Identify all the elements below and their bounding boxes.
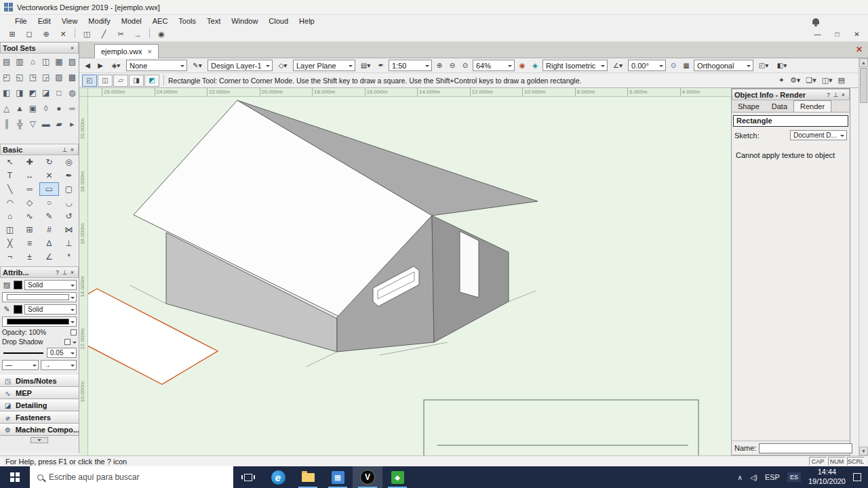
toolset-group-mep[interactable]: ∿ MEP — [0, 387, 79, 399]
joist-tool-icon[interactable]: ◍ — [66, 85, 79, 100]
attributes-palette-header[interactable]: Attrib... ? ⊥ × — [0, 266, 79, 278]
offset-tool-icon[interactable]: ≡ — [20, 237, 39, 250]
truss-tool-icon[interactable]: ◪ — [39, 85, 52, 100]
basic-palette-header[interactable]: Basic ⊥ × — [0, 144, 79, 155]
north-arrow-tool-icon[interactable]: ▸ — [66, 116, 79, 131]
regular-polygon-tool-icon[interactable]: ⌂ — [0, 209, 20, 223]
render-cube-icon[interactable]: ◧▾ — [774, 60, 790, 72]
close-palette-icon[interactable]: × — [68, 45, 76, 52]
space-tool-icon[interactable]: ◨ — [13, 85, 26, 100]
toolset-group-machine-components[interactable]: ⚙ Machine Compo... — [0, 424, 79, 436]
toolset-group-detailing[interactable]: ◪ Detailing — [0, 399, 79, 411]
restore-button[interactable]: □ — [827, 28, 847, 41]
object-info-tab[interactable]: Shape — [732, 101, 766, 112]
notifications-bell-icon[interactable] — [812, 18, 819, 24]
start-marker-select[interactable]: — — [2, 360, 39, 370]
menu-item[interactable]: AEC — [147, 17, 174, 25]
rounded-rectangle-tool-icon[interactable]: ▢ — [59, 182, 79, 196]
layer-options-icon[interactable]: ✎▾ — [189, 60, 205, 72]
menu-item[interactable]: Edit — [33, 17, 56, 25]
pane-close-icon[interactable]: ✕ — [856, 45, 863, 54]
taskbar-search[interactable] — [30, 466, 233, 488]
menu-item[interactable]: Tools — [173, 17, 201, 25]
line-tool-icon[interactable]: ╲ — [0, 182, 20, 196]
fill-color-swatch[interactable] — [14, 281, 22, 289]
menu-item[interactable]: Help — [294, 17, 320, 25]
green-app-button[interactable]: ◆ — [382, 466, 412, 488]
ellipse-tool-icon[interactable]: ◡ — [59, 196, 79, 209]
section-line-tool-icon[interactable]: ╬ — [13, 116, 26, 131]
menu-item[interactable]: Window — [226, 17, 263, 25]
zoom-out-icon[interactable]: ⊖ — [447, 60, 458, 72]
layer-scale-select[interactable]: 1:50 — [389, 60, 432, 71]
task-view-button[interactable] — [233, 466, 263, 488]
action-center-icon[interactable] — [853, 473, 861, 481]
active-plane-select[interactable]: Layer Plane — [293, 60, 355, 71]
locus-tool-icon[interactable]: * — [59, 250, 79, 264]
push-pull-mode-icon[interactable]: ◩ — [144, 75, 159, 87]
object-info-tab[interactable]: Data — [766, 101, 793, 112]
elevation-tool-icon[interactable]: ▽ — [26, 116, 39, 131]
blue-app-button[interactable]: ▦ — [323, 466, 353, 488]
menu-item[interactable]: Model — [116, 17, 147, 25]
magnet-snap-icon[interactable]: ◉ — [153, 28, 170, 41]
corner-to-corner-mode-icon[interactable]: ◰ — [82, 75, 97, 87]
angle-options-icon[interactable]: ∠▾ — [610, 60, 626, 72]
pan-tool-icon[interactable]: ✚ — [20, 155, 39, 169]
language-indicator[interactable]: ESP — [765, 473, 780, 481]
close-palette-icon[interactable]: × — [840, 92, 847, 98]
origin-icon[interactable]: ⊙ — [668, 60, 679, 72]
pin-palette-icon[interactable]: ⊥ — [61, 146, 68, 153]
move-by-points-tool-icon[interactable]: ± — [20, 250, 39, 264]
sketch-style-select[interactable]: Document D... — [790, 130, 847, 140]
file-explorer-button[interactable] — [293, 466, 323, 488]
object-info-tab[interactable]: Render — [793, 100, 831, 112]
pen-color-swatch[interactable] — [14, 305, 22, 314]
pilaster-tool-icon[interactable]: ▨ — [52, 69, 65, 85]
fence-tool-icon[interactable]: ═ — [66, 100, 79, 116]
trim-tool-icon[interactable]: ✕ — [39, 169, 59, 182]
fillet-tool-icon[interactable]: ∆ — [39, 237, 59, 250]
break-tool-icon[interactable]: ╳ — [0, 237, 20, 250]
polygon-tool-icon[interactable]: ◇ — [20, 196, 39, 209]
dimension-tool-icon[interactable]: ↔ — [20, 169, 39, 182]
search-input[interactable] — [49, 472, 233, 482]
fill-color-select[interactable] — [2, 292, 77, 302]
roof-face-tool-icon[interactable]: ◰ — [0, 69, 13, 85]
tool-sets-palette-header[interactable]: Tool Sets × — [0, 42, 79, 54]
plant-tool-icon[interactable]: ◊ — [39, 100, 52, 116]
column-tool-icon[interactable]: ◲ — [39, 69, 52, 85]
pen-style-select[interactable]: Solid — [24, 304, 77, 314]
back-view-icon[interactable]: ◀ — [82, 60, 93, 72]
grid-toggle-icon[interactable]: ▦ — [681, 60, 692, 72]
snap-to-grid-icon[interactable]: ⊞ — [4, 28, 20, 41]
line-snap-icon[interactable]: ╱ — [96, 28, 112, 41]
pin-palette-icon[interactable]: ⊥ — [832, 92, 840, 98]
help-palette-icon[interactable]: ? — [825, 92, 832, 98]
scroll-up-icon[interactable]: ▲ — [859, 58, 868, 67]
ramp-tool-icon[interactable]: ◧ — [0, 85, 13, 100]
beam-tool-icon[interactable]: ◩ — [26, 85, 39, 100]
collapse-palette-button[interactable] — [31, 437, 48, 443]
document-tab[interactable]: ejemplo.vwx × — [94, 44, 159, 58]
center-to-corner-mode-icon[interactable]: ◫ — [98, 75, 113, 87]
door-tool-icon[interactable]: ⌂ — [26, 54, 39, 69]
opacity-button[interactable] — [71, 329, 77, 336]
clip-cube-icon[interactable]: ◫▾ — [822, 75, 833, 87]
toolset-group-dims-notes[interactable]: ◳ Dims/Notes — [0, 375, 79, 387]
zoom-tool-icon[interactable]: ◎ — [59, 155, 79, 169]
fill-style-select[interactable]: Solid — [24, 280, 77, 290]
rotation-angle-select[interactable]: 0.00° — [628, 60, 666, 71]
protractor-tool-icon[interactable]: ∠ — [39, 250, 59, 264]
tab-close-icon[interactable]: × — [148, 47, 152, 56]
close-palette-icon[interactable]: × — [68, 269, 76, 276]
snap-magnet-icon[interactable]: ◉ — [517, 60, 528, 72]
drawing-surface[interactable] — [88, 97, 731, 455]
circle-tool-icon[interactable]: ○ — [39, 196, 59, 209]
roof-tool-icon[interactable]: ◱ — [13, 69, 26, 85]
double-line-tool-icon[interactable]: ═ — [20, 182, 39, 196]
separator[interactable] — [149, 28, 150, 38]
rectangle-tool-icon[interactable]: ▭ — [39, 182, 59, 196]
vertical-scrollbar[interactable]: ▲ ▼ — [859, 58, 868, 455]
freehand-tool-icon[interactable]: ✎ — [39, 209, 59, 223]
